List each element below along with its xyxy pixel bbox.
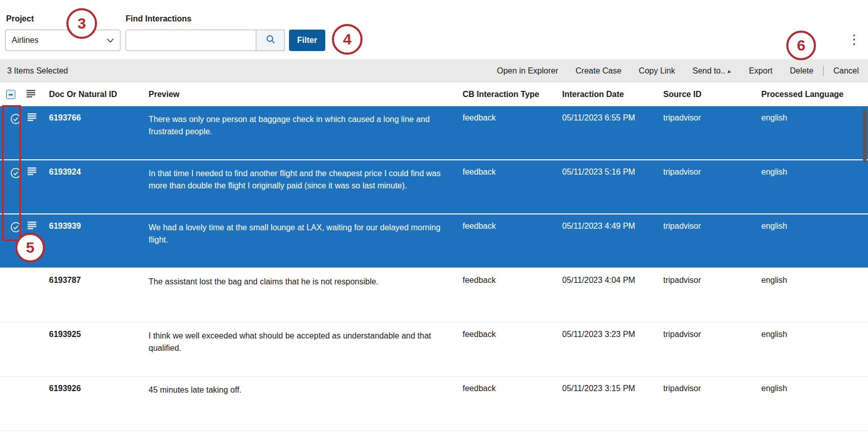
table-row[interactable]: 6193787 The assistant lost the bag and c… [0, 269, 868, 323]
annotation-circle-6: 6 [786, 31, 816, 60]
row-source: tripadvisor [658, 276, 756, 285]
project-label: Project [6, 14, 34, 23]
row-preview: We had a lovely time at the small lounge… [143, 222, 457, 246]
search-icon [266, 35, 275, 46]
row-source: tripadvisor [658, 113, 756, 123]
row-date: 05/11/2023 5:16 PM [557, 167, 658, 177]
row-preview: 45 minutes late taking off. [143, 384, 457, 396]
column-header-processed-language: Processed Language [756, 90, 868, 99]
table-row[interactable]: 6193925 I think we well exceeded what sh… [0, 323, 868, 377]
find-interactions-label: Find Interactions [126, 14, 191, 23]
table-row[interactable]: 6193766 There was only one person at bag… [0, 106, 868, 160]
overflow-menu-button[interactable]: ⋮ [846, 29, 863, 50]
table-body: 6193766 There was only one person at bag… [0, 106, 868, 431]
project-select-value: Airlines [12, 36, 38, 45]
row-date: 05/11/2023 6:55 PM [557, 113, 658, 123]
row-type: feedback [457, 222, 557, 231]
row-date: 05/11/2023 4:04 PM [557, 276, 658, 285]
column-header-interaction-date: Interaction Date [557, 90, 658, 99]
annotation-circle-4: 4 [332, 24, 363, 55]
annotation-circle-5: 5 [15, 233, 45, 262]
action-bar-actions: Open in ExplorerCreate CaseCopy LinkSend… [488, 66, 861, 76]
row-id: 6193766 [44, 113, 143, 123]
row-source: tripadvisor [658, 167, 756, 177]
row-id: 6193924 [44, 167, 143, 177]
table-row[interactable]: 6193924 In that time I needed to find an… [0, 160, 868, 214]
row-source: tripadvisor [658, 384, 756, 393]
row-menu-icon[interactable] [28, 222, 37, 229]
table-row[interactable]: 6193926 45 minutes late taking off. feed… [0, 377, 868, 431]
column-header-interaction-type: CB Interaction Type [457, 90, 557, 99]
row-date: 05/11/2023 4:49 PM [557, 222, 658, 231]
row-language: english [756, 222, 868, 231]
action-copy-link[interactable]: Copy Link [630, 66, 684, 76]
row-id: 6193939 [44, 222, 143, 231]
row-source: tripadvisor [658, 222, 756, 231]
find-interactions-group [126, 30, 285, 51]
table-row[interactable]: 6193939 We had a lovely time at the smal… [0, 214, 868, 269]
row-selected-check-icon[interactable] [10, 113, 21, 125]
row-type: feedback [457, 276, 557, 285]
row-language: english [756, 384, 868, 393]
row-source: tripadvisor [658, 330, 756, 339]
row-type: feedback [457, 330, 557, 339]
action-create-case[interactable]: Create Case [567, 66, 630, 76]
search-button[interactable] [256, 30, 285, 51]
row-language: english [756, 113, 868, 123]
selection-action-bar: 3 Items Selected Open in ExplorerCreate … [0, 59, 868, 83]
project-select[interactable]: Airlines [5, 30, 120, 51]
row-id: 6193925 [44, 330, 143, 339]
row-preview: I think we well exceeded what should be … [143, 330, 457, 354]
row-preview: The assistant lost the bag and claims th… [143, 276, 457, 288]
filter-button[interactable]: Filter [289, 30, 325, 51]
row-type: feedback [457, 167, 557, 177]
search-input[interactable] [126, 30, 256, 51]
row-language: english [756, 167, 868, 177]
select-all-checkbox[interactable] [6, 90, 15, 99]
column-header-preview: Preview [143, 90, 457, 99]
selected-count: 3 Items Selected [7, 66, 68, 76]
send-to-arrow-icon: ➤ [727, 68, 732, 75]
annotation-circle-3: 3 [66, 8, 97, 39]
top-toolbar: Project Airlines Find Interactions Filte… [0, 0, 868, 59]
action-open-in-explorer[interactable]: Open in Explorer [488, 66, 567, 76]
kebab-icon: ⋮ [848, 32, 861, 47]
action-send-to[interactable]: Send to..➤ [684, 66, 740, 76]
row-id: 6193787 [44, 276, 143, 285]
row-menu-icon[interactable] [28, 113, 37, 121]
row-date: 05/11/2023 3:23 PM [557, 330, 658, 339]
action-delete[interactable]: Delete [781, 66, 822, 76]
action-cancel[interactable]: Cancel [825, 66, 861, 76]
action-divider [823, 66, 824, 76]
column-header-doc-id: Doc Or Natural ID [44, 90, 143, 99]
row-selected-check-icon[interactable] [10, 222, 21, 233]
row-language: english [756, 276, 868, 285]
vertical-scrollbar-thumb[interactable] [863, 109, 866, 162]
column-header-source-id: Source ID [658, 90, 756, 99]
row-language: english [756, 330, 868, 339]
row-type: feedback [457, 113, 557, 123]
table-header: Doc Or Natural ID Preview CB Interaction… [0, 83, 868, 106]
action-export[interactable]: Export [740, 66, 781, 76]
chevron-down-icon [107, 38, 114, 43]
header-menu-icon[interactable] [27, 90, 36, 100]
row-preview: In that time I needed to find another fl… [143, 167, 457, 192]
row-preview: There was only one person at baggage che… [143, 113, 457, 138]
row-selected-check-icon[interactable] [10, 167, 21, 179]
row-date: 05/11/2023 3:15 PM [557, 384, 658, 393]
row-menu-icon[interactable] [28, 167, 37, 175]
row-id: 6193926 [44, 384, 143, 393]
row-type: feedback [457, 384, 557, 393]
